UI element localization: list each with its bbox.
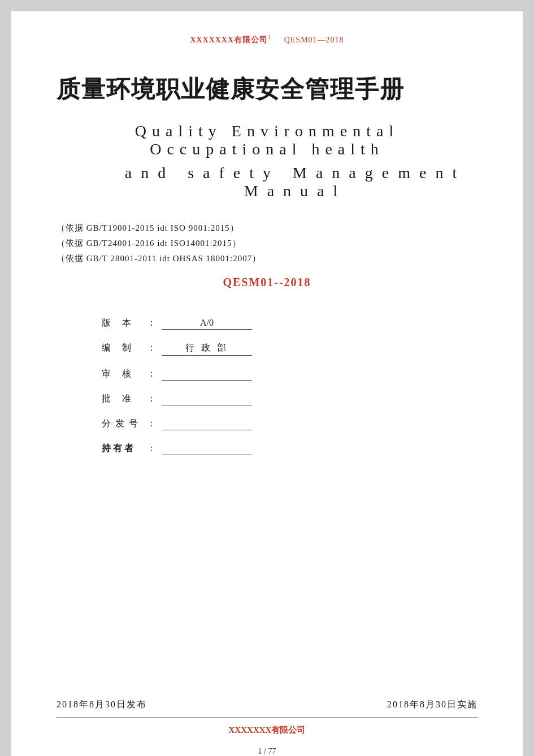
approve-label: 批 准 [102,393,147,405]
fields-section: 版 本 ： A/0 编 制 ： 行 政 部 审 核 ： 批 准 ： [102,317,477,468]
review-colon: ： [147,368,156,380]
approve-value [162,394,252,405]
dist-label: 分发号 [102,418,147,430]
reference-lines: （依据 GB/T19001-2015 idt ISO 9001:2015） （依… [57,223,477,269]
title-english-line1: Quality Environmental Occupational healt… [57,122,477,158]
dist-colon: ： [147,418,156,430]
footer-company-name: XXXXXXX有限公司 [229,725,306,735]
footer-divider [57,718,477,718]
ref-line-2: （依据 GB/T24001-2016 idt ISO14001:2015） [57,238,477,249]
title-english-line2: and safety Management Manual [57,164,477,200]
ref-line-3: （依据 GB/T 28001-2011 idt OHSAS 18001:2007… [57,253,477,264]
review-row: 审 核 ： [102,368,477,381]
footer-section: 2018年8月30日发布 2018年8月30日实施 XXXXXXX有限公司 [11,699,523,747]
compile-value: 行 政 部 [162,342,252,356]
publish-text: 2018年8月30日发布 [57,699,147,711]
compile-row: 编 制 ： 行 政 部 [102,342,477,356]
holder-label: 持有者 [102,443,147,455]
holder-value [162,443,252,455]
holder-colon: ： [147,443,156,455]
version-value: A/0 [162,318,252,330]
document-number: QESM01--2018 [57,276,477,289]
approve-colon: ： [147,393,156,405]
header-company: XXXXXXX有限公司 [190,36,268,44]
review-value [162,369,252,381]
header-superscript: 1 [268,34,271,40]
header-doc-code: QESM01—2018 [284,36,344,44]
holder-row: 持有者 ： [102,443,477,455]
version-colon: ： [147,317,156,329]
implement-text: 2018年8月30日实施 [387,699,477,711]
main-content: 质量环境职业健康安全管理手册 Quality Environmental Occ… [11,51,523,699]
dist-value [162,418,252,430]
document-page: XXXXXXX有限公司1 QESM01—2018 质量环境职业健康安全管理手册 … [11,11,523,756]
title-chinese: 质量环境职业健康安全管理手册 [57,74,477,105]
footer-company: XXXXXXX有限公司 [57,725,477,736]
publish-row: 2018年8月30日发布 2018年8月30日实施 [57,699,477,715]
dist-row: 分发号 ： [102,418,477,430]
compile-label: 编 制 [102,342,147,354]
approve-row: 批 准 ： [102,393,477,405]
page-number: 1 / 77 [11,747,523,756]
version-row: 版 本 ： A/0 [102,317,477,330]
version-label: 版 本 [102,317,147,329]
review-label: 审 核 [102,368,147,380]
ref-line-1: （依据 GB/T19001-2015 idt ISO 9001:2015） [57,223,477,234]
compile-colon: ： [147,342,156,354]
document-header: XXXXXXX有限公司1 QESM01—2018 [11,11,523,51]
